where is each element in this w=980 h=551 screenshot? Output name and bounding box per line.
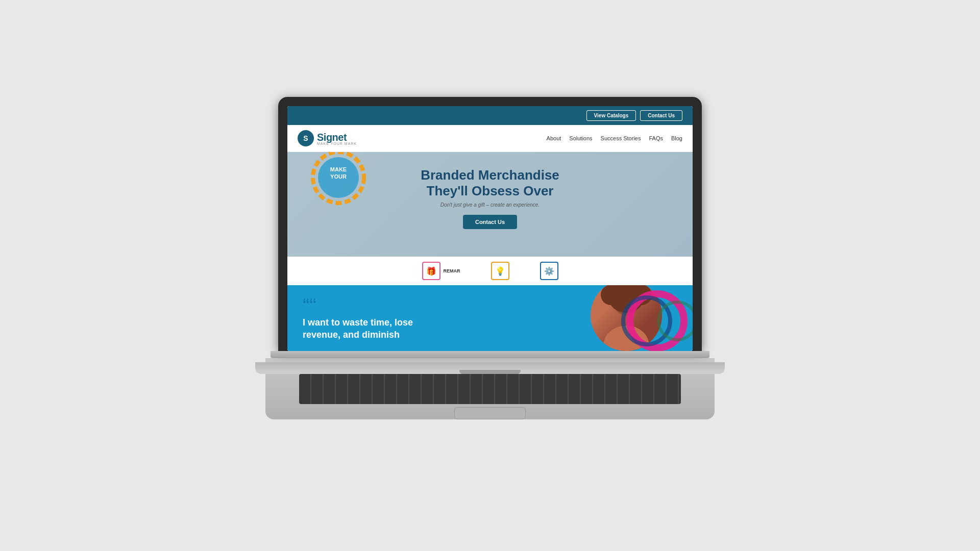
testimonial-text-area: ““ I want to waste time, lose revenue, a… [287,285,580,351]
brand-name: Signet [317,132,347,143]
hero-subtitle: Don't just give a gift – create an exper… [421,202,559,208]
laptop-screen: View Catalogs Contact Us S Signet MAKE Y… [278,97,702,351]
testimonial-text: I want to waste time, lose revenue, and … [303,317,565,341]
nav-blog[interactable]: Blog [671,135,682,141]
laptop-keyboard-area [265,358,715,419]
hero-title: Branded Merchandise They'll Obsess Over [421,167,559,199]
icon-item-1: 🎁 REMAR [422,262,460,280]
hero-content: Branded Merchandise They'll Obsess Over … [421,167,559,229]
gift-icon-box: 🎁 [422,262,440,280]
website: View Catalogs Contact Us S Signet MAKE Y… [287,106,693,351]
icon-item-2: 💡 [491,262,509,280]
brand-tagline: MAKE YOUR MARK [317,142,357,145]
gift-icon: 🎁 [426,266,436,276]
nav-about[interactable]: About [547,135,561,141]
nav-links: About Solutions Success Stories FAQs Blo… [547,135,682,141]
top-bar: View Catalogs Contact Us [287,106,693,125]
contact-us-top-button[interactable]: Contact Us [640,110,682,121]
nav-faqs[interactable]: FAQs [649,135,663,141]
brand-circles [591,285,693,351]
gear-icon-box: ⚙️ [540,262,558,280]
logo-icon: S [298,130,314,146]
nav-solutions[interactable]: Solutions [569,135,592,141]
logo-letter: S [303,134,308,142]
bulb-icon: 💡 [495,266,505,276]
laptop-mockup: View Catalogs Contact Us S Signet MAKE Y… [235,97,745,454]
svg-text:YOUR: YOUR [330,173,347,180]
logo: S Signet MAKE YOUR MARK [298,130,357,146]
testimonial-section: ““ I want to waste time, lose revenue, a… [287,285,693,351]
icons-row: 🎁 REMAR 💡 ⚙️ [287,257,693,285]
nav-success-stories[interactable]: Success Stories [601,135,641,141]
quote-marks: ““ [303,295,565,316]
icon-label-1: REMAR [444,268,460,273]
icon-item-3: ⚙️ [540,262,558,280]
navigation-bar: S Signet MAKE YOUR MARK About Solutions … [287,125,693,152]
view-catalogs-button[interactable]: View Catalogs [586,110,636,121]
circle-decoration: MAKE YOUR [308,152,369,208]
laptop-hinge [271,351,709,358]
hero-section: MAKE YOUR Branded Merchandise They'll Ob… [287,152,693,257]
trackpad [454,407,526,419]
screen-content: View Catalogs Contact Us S Signet MAKE Y… [287,106,693,351]
logo-text: Signet MAKE YOUR MARK [317,132,357,145]
hero-cta-button[interactable]: Contact Us [463,215,517,229]
laptop-base [255,362,725,374]
svg-text:MAKE: MAKE [330,166,347,172]
bulb-icon-box: 💡 [491,262,509,280]
keyboard-keys [299,374,681,404]
gear-icon: ⚙️ [544,266,554,276]
